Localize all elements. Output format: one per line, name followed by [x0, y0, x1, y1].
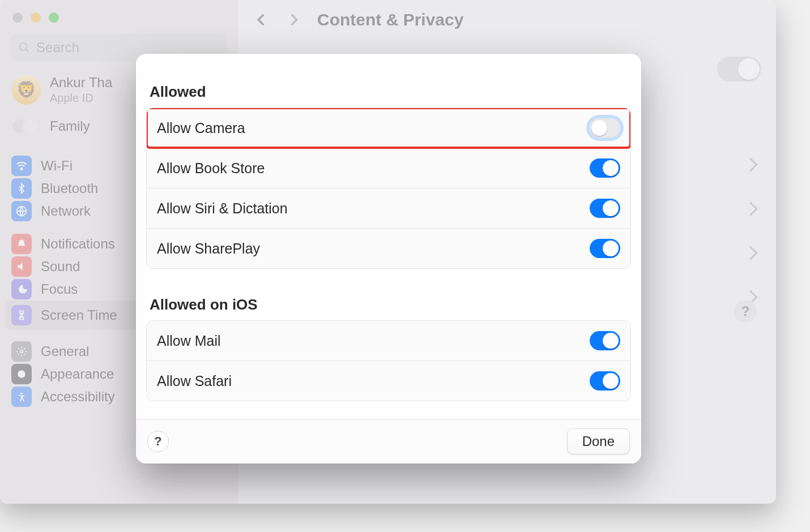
- row-allow-mail: Allow Mail: [147, 321, 630, 361]
- help-label: ?: [154, 434, 161, 449]
- done-label: Done: [582, 434, 615, 449]
- toggle-allow-siri[interactable]: [590, 199, 620, 218]
- help-button[interactable]: ?: [147, 431, 169, 452]
- row-allow-book-store: Allow Book Store: [147, 148, 630, 188]
- row-allow-camera: Allow Camera: [147, 108, 630, 148]
- row-label: Allow Book Store: [157, 160, 265, 177]
- row-allow-shareplay: Allow SharePlay: [147, 228, 630, 268]
- row-label: Allow Mail: [157, 333, 221, 349]
- allowed-apps-modal: Allowed Allow Camera Allow Book Store Al…: [136, 54, 641, 464]
- toggle-allow-safari[interactable]: [590, 371, 620, 391]
- row-allow-siri: Allow Siri & Dictation: [147, 188, 630, 228]
- toggle-allow-mail[interactable]: [590, 331, 620, 350]
- row-label: Allow Siri & Dictation: [157, 200, 288, 217]
- row-label: Allow Safari: [157, 373, 232, 389]
- toggle-allow-book-store[interactable]: [590, 158, 620, 178]
- section-allowed-heading: Allowed: [150, 83, 631, 101]
- allowed-list: Allow Camera Allow Book Store Allow Siri…: [146, 108, 631, 269]
- row-label: Allow SharePlay: [157, 241, 260, 257]
- modal-footer: ? Done: [136, 419, 641, 464]
- toggle-allow-shareplay[interactable]: [590, 239, 620, 258]
- settings-window: Search 🦁 Ankur Tha Apple ID Family Wi-Fi: [0, 0, 776, 504]
- row-label: Allow Camera: [157, 120, 245, 136]
- allowed-ios-list: Allow Mail Allow Safari: [146, 320, 631, 401]
- toggle-allow-camera[interactable]: [590, 118, 620, 138]
- row-allow-safari: Allow Safari: [147, 361, 630, 401]
- section-allowed-ios-heading: Allowed on iOS: [150, 296, 631, 314]
- done-button[interactable]: Done: [567, 428, 630, 454]
